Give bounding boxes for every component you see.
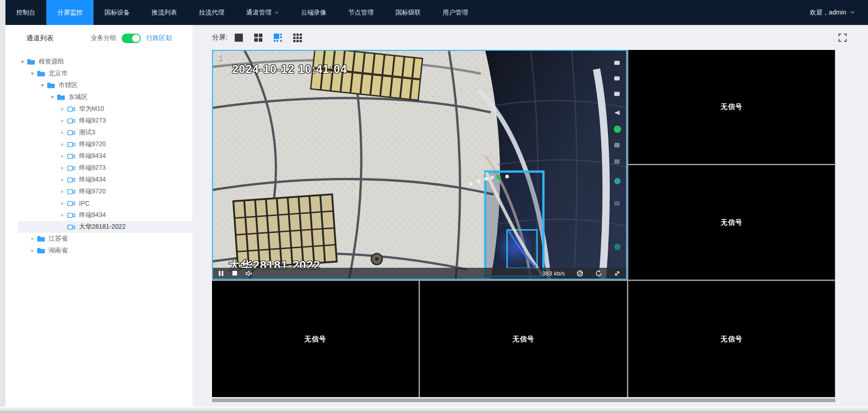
no-signal-text: 无信号 bbox=[721, 218, 743, 227]
toggle-knob bbox=[132, 34, 140, 42]
business-group-toggle[interactable] bbox=[122, 34, 141, 43]
caret-right-icon[interactable] bbox=[59, 106, 65, 112]
business-group-label: 业务分组 bbox=[91, 34, 116, 42]
pause-icon[interactable] bbox=[218, 268, 224, 279]
tree-item-folder-3[interactable]: 市辖区 bbox=[5, 79, 192, 91]
tree-item-folder-1[interactable]: 根资源组 bbox=[5, 56, 192, 68]
caret-right-icon[interactable] bbox=[29, 236, 35, 242]
tree-item-label: 终端9434 bbox=[79, 152, 106, 160]
tree-item-camera-13[interactable]: IPC bbox=[5, 197, 192, 209]
caret-right-icon[interactable] bbox=[59, 188, 65, 195]
nav-item-2[interactable]: 分屏监控 bbox=[46, 0, 94, 25]
shutter-settings-icon[interactable] bbox=[577, 268, 583, 279]
user-menu[interactable]: 欢迎，admin bbox=[797, 0, 868, 25]
nav-item-label: 分屏监控 bbox=[57, 9, 83, 17]
video-grid: 1 2024-10-12 10:41:04 大华28181-2022 bbox=[212, 50, 835, 397]
tree-item-camera-12[interactable]: 终端9720 bbox=[5, 186, 192, 197]
tree-item-label: 终端9720 bbox=[79, 140, 106, 148]
tree-item-camera-9[interactable]: 终端9434 bbox=[5, 150, 192, 162]
tree-item-camera-8[interactable]: 终端9720 bbox=[5, 138, 192, 150]
nav-item-label: 节点管理 bbox=[348, 9, 374, 17]
caret-right-icon[interactable] bbox=[29, 247, 35, 254]
nav-item-3[interactable]: 国标设备 bbox=[94, 0, 141, 25]
tree-item-label: 终端9720 bbox=[79, 187, 106, 196]
tree-item-folder-2[interactable]: 北京市 bbox=[5, 68, 192, 79]
channel-sidebar: 通道列表 业务分组 行政区划 根资源组北京市市辖区东城区华为M10终端9273测… bbox=[5, 25, 192, 407]
camera-icon bbox=[67, 142, 75, 148]
caret-right-icon[interactable] bbox=[59, 212, 65, 218]
horizontal-scrollbar[interactable] bbox=[212, 398, 835, 402]
caret-right-icon[interactable] bbox=[59, 129, 65, 136]
folder-icon bbox=[57, 94, 65, 100]
camera-icon bbox=[67, 201, 75, 206]
folder-icon bbox=[37, 247, 45, 254]
split-layout-4-button[interactable] bbox=[253, 33, 263, 43]
tree-item-camera-5[interactable]: 华为M10 bbox=[5, 103, 192, 115]
split-layout-1-button[interactable] bbox=[234, 33, 244, 43]
mute-icon[interactable] bbox=[246, 268, 253, 279]
video-control-bar: 383 kb/s bbox=[213, 268, 626, 279]
caret-right-icon[interactable] bbox=[59, 177, 65, 183]
chevron-down-icon bbox=[274, 9, 279, 16]
tree-item-camera-7[interactable]: 测试3 bbox=[5, 127, 192, 138]
nav-item-label: 推流列表 bbox=[152, 9, 177, 17]
tree-item-label: 终端9273 bbox=[79, 117, 106, 125]
caret-right-icon[interactable] bbox=[59, 200, 65, 206]
expand-icon[interactable] bbox=[614, 268, 621, 279]
caret-right-icon[interactable] bbox=[59, 153, 65, 159]
camera-icon bbox=[67, 212, 75, 218]
channel-tree: 根资源组北京市市辖区东城区华为M10终端9273测试3终端9720终端9434终… bbox=[5, 56, 192, 256]
tree-item-camera-14[interactable]: 终端9434 bbox=[5, 209, 192, 221]
camera-video-frame bbox=[213, 51, 626, 279]
video-cell-active[interactable]: 1 2024-10-12 10:41:04 大华28181-2022 bbox=[212, 50, 627, 280]
split-layout-9-button[interactable] bbox=[292, 33, 302, 43]
caret-down-icon[interactable] bbox=[49, 94, 55, 100]
caret-right-icon[interactable] bbox=[59, 141, 65, 148]
tree-item-label: 终端9273 bbox=[79, 164, 106, 172]
tree-item-camera-15[interactable]: 大华28181-2022 bbox=[18, 221, 192, 233]
tree-item-camera-6[interactable]: 终端9273 bbox=[5, 115, 192, 127]
caret-down-icon[interactable] bbox=[29, 70, 35, 77]
camera-icon bbox=[67, 224, 75, 230]
admin-region-label[interactable]: 行政区划 bbox=[146, 34, 172, 42]
video-cell-no-signal[interactable]: 无信号 bbox=[420, 281, 627, 397]
video-cell-no-signal[interactable]: 无信号 bbox=[628, 165, 835, 280]
nav-item-10[interactable]: 用户管理 bbox=[432, 0, 479, 25]
chevron-down-icon bbox=[850, 9, 855, 16]
nav-item-5[interactable]: 拉流代理 bbox=[188, 0, 235, 25]
tree-item-folder-16[interactable]: 江苏省 bbox=[5, 233, 192, 245]
refresh-icon[interactable] bbox=[595, 268, 602, 279]
fullscreen-icon[interactable] bbox=[838, 33, 847, 42]
split-layout-6-button[interactable] bbox=[273, 33, 283, 43]
app-root: 控制台分屏监控国标设备推流列表拉流代理通道管理云端录像节点管理国标级联用户管理 … bbox=[0, 0, 868, 413]
tree-item-folder-4[interactable]: 东城区 bbox=[5, 91, 192, 103]
video-cell-no-signal[interactable]: 无信号 bbox=[628, 281, 835, 397]
caret-right-icon[interactable] bbox=[59, 118, 65, 124]
tree-item-folder-17[interactable]: 湖南省 bbox=[5, 245, 192, 256]
welcome-text: 欢迎，admin bbox=[810, 9, 846, 17]
folder-icon bbox=[47, 82, 55, 88]
nav-item-8[interactable]: 节点管理 bbox=[337, 0, 385, 25]
folder-icon bbox=[27, 59, 35, 65]
nav-item-7[interactable]: 云端录像 bbox=[290, 0, 337, 25]
nav-item-9[interactable]: 国标级联 bbox=[385, 0, 432, 25]
no-signal-text: 无信号 bbox=[305, 335, 326, 344]
caret-right-icon[interactable] bbox=[59, 165, 65, 171]
camera-icon bbox=[67, 165, 75, 171]
nav-item-label: 控制台 bbox=[16, 9, 35, 17]
tree-item-label: 湖南省 bbox=[49, 246, 68, 255]
no-signal-text: 无信号 bbox=[721, 103, 743, 111]
tree-item-camera-11[interactable]: 终端9434 bbox=[5, 174, 192, 186]
tree-item-label: 华为M10 bbox=[79, 105, 104, 113]
caret-down-icon[interactable] bbox=[19, 59, 25, 65]
nav-item-4[interactable]: 推流列表 bbox=[141, 0, 188, 25]
nav-item-1[interactable]: 控制台 bbox=[5, 0, 46, 25]
video-cell-no-signal[interactable]: 无信号 bbox=[212, 281, 419, 397]
camera-icon bbox=[67, 153, 75, 159]
video-cell-no-signal[interactable]: 无信号 bbox=[628, 50, 835, 164]
caret-down-icon[interactable] bbox=[39, 82, 45, 88]
stop-icon[interactable] bbox=[232, 268, 237, 279]
tree-item-label: 江苏省 bbox=[49, 235, 68, 243]
tree-item-camera-10[interactable]: 终端9273 bbox=[5, 162, 192, 174]
nav-item-6[interactable]: 通道管理 bbox=[235, 0, 290, 25]
